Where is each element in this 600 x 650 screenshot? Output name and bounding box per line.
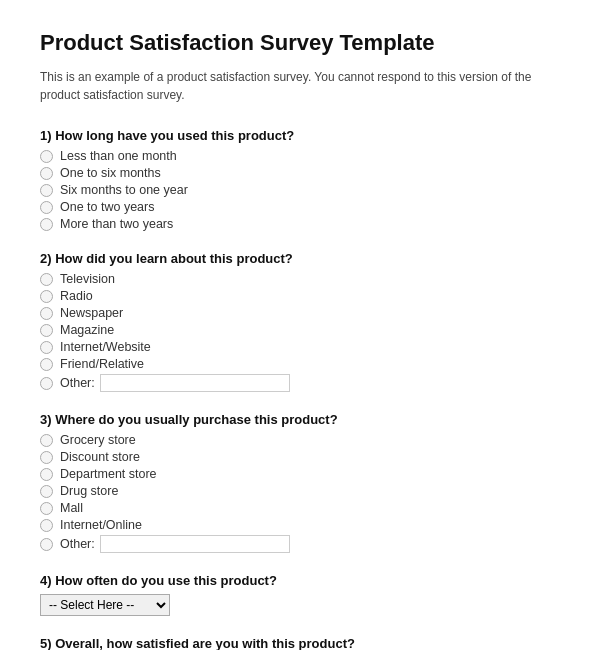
option-label-q2-5: Friend/Relative: [60, 357, 144, 371]
other-label-q3: Other:: [60, 537, 95, 551]
option-row-q3-3[interactable]: Drug store: [40, 484, 560, 498]
radio-other-icon-q2[interactable]: [40, 377, 53, 390]
question-block-q4: 4) How often do you use this product?-- …: [40, 573, 560, 616]
radio-icon-q1-4[interactable]: [40, 218, 53, 231]
option-row-q2-0[interactable]: Television: [40, 272, 560, 286]
option-label-q2-2: Newspaper: [60, 306, 123, 320]
survey-form: 1) How long have you used this product?L…: [40, 128, 560, 650]
option-row-q3-5[interactable]: Internet/Online: [40, 518, 560, 532]
select-wrapper-q4: -- Select Here --DailyWeeklyMonthlyRarel…: [40, 594, 560, 616]
option-row-q2-3[interactable]: Magazine: [40, 323, 560, 337]
option-label-q2-4: Internet/Website: [60, 340, 151, 354]
other-row-q2: Other:: [40, 374, 560, 392]
radio-other-icon-q3[interactable]: [40, 538, 53, 551]
radio-icon-q1-2[interactable]: [40, 184, 53, 197]
option-row-q3-0[interactable]: Grocery store: [40, 433, 560, 447]
radio-icon-q3-5[interactable]: [40, 519, 53, 532]
option-row-q2-5[interactable]: Friend/Relative: [40, 357, 560, 371]
radio-icon-q3-0[interactable]: [40, 434, 53, 447]
radio-icon-q2-3[interactable]: [40, 324, 53, 337]
option-label-q2-0: Television: [60, 272, 115, 286]
option-label-q3-1: Discount store: [60, 450, 140, 464]
option-label-q1-3: One to two years: [60, 200, 155, 214]
radio-icon-q1-3[interactable]: [40, 201, 53, 214]
option-label-q1-1: One to six months: [60, 166, 161, 180]
radio-icon-q2-0[interactable]: [40, 273, 53, 286]
radio-icon-q1-1[interactable]: [40, 167, 53, 180]
option-label-q3-4: Mall: [60, 501, 83, 515]
question-label-q4: 4) How often do you use this product?: [40, 573, 560, 588]
option-row-q3-2[interactable]: Department store: [40, 467, 560, 481]
other-input-q2[interactable]: [100, 374, 290, 392]
radio-icon-q3-2[interactable]: [40, 468, 53, 481]
option-row-q2-2[interactable]: Newspaper: [40, 306, 560, 320]
option-label-q1-2: Six months to one year: [60, 183, 188, 197]
question-block-q1: 1) How long have you used this product?L…: [40, 128, 560, 231]
radio-icon-q2-2[interactable]: [40, 307, 53, 320]
select-q4[interactable]: -- Select Here --DailyWeeklyMonthlyRarel…: [40, 594, 170, 616]
question-label-q5: 5) Overall, how satisfied are you with t…: [40, 636, 560, 650]
option-row-q2-1[interactable]: Radio: [40, 289, 560, 303]
radio-icon-q3-1[interactable]: [40, 451, 53, 464]
question-label-q2: 2) How did you learn about this product?: [40, 251, 560, 266]
radio-icon-q2-1[interactable]: [40, 290, 53, 303]
option-row-q1-1[interactable]: One to six months: [40, 166, 560, 180]
intro-text: This is an example of a product satisfac…: [40, 68, 560, 104]
option-row-q2-4[interactable]: Internet/Website: [40, 340, 560, 354]
question-block-q3: 3) Where do you usually purchase this pr…: [40, 412, 560, 553]
option-label-q3-0: Grocery store: [60, 433, 136, 447]
option-label-q3-5: Internet/Online: [60, 518, 142, 532]
radio-icon-q1-0[interactable]: [40, 150, 53, 163]
other-input-q3[interactable]: [100, 535, 290, 553]
option-label-q3-2: Department store: [60, 467, 157, 481]
option-row-q1-0[interactable]: Less than one month: [40, 149, 560, 163]
option-label-q1-4: More than two years: [60, 217, 173, 231]
question-block-q2: 2) How did you learn about this product?…: [40, 251, 560, 392]
radio-icon-q2-4[interactable]: [40, 341, 53, 354]
question-label-q1: 1) How long have you used this product?: [40, 128, 560, 143]
option-label-q2-1: Radio: [60, 289, 93, 303]
option-row-q1-4[interactable]: More than two years: [40, 217, 560, 231]
option-row-q3-1[interactable]: Discount store: [40, 450, 560, 464]
other-label-q2: Other:: [60, 376, 95, 390]
option-label-q2-3: Magazine: [60, 323, 114, 337]
option-label-q3-3: Drug store: [60, 484, 118, 498]
option-label-q1-0: Less than one month: [60, 149, 177, 163]
radio-icon-q3-4[interactable]: [40, 502, 53, 515]
question-block-q5: 5) Overall, how satisfied are you with t…: [40, 636, 560, 650]
radio-icon-q3-3[interactable]: [40, 485, 53, 498]
option-row-q1-2[interactable]: Six months to one year: [40, 183, 560, 197]
option-row-q1-3[interactable]: One to two years: [40, 200, 560, 214]
question-label-q3: 3) Where do you usually purchase this pr…: [40, 412, 560, 427]
other-row-q3: Other:: [40, 535, 560, 553]
page-title: Product Satisfaction Survey Template: [40, 30, 560, 56]
radio-icon-q2-5[interactable]: [40, 358, 53, 371]
option-row-q3-4[interactable]: Mall: [40, 501, 560, 515]
